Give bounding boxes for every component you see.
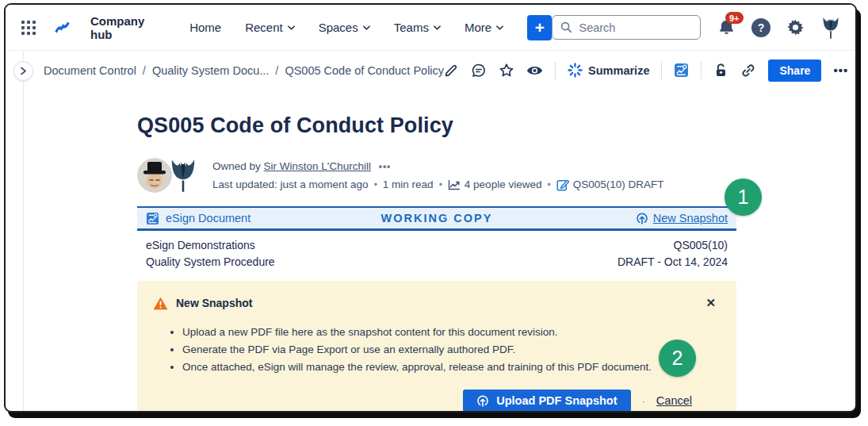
notification-count-badge: 9+ — [725, 12, 744, 24]
star-icon — [499, 63, 514, 79]
page-title: QS005 Code of Conduct Policy — [137, 113, 736, 138]
sparkle-icon — [568, 63, 583, 78]
share-button[interactable]: Share — [768, 59, 821, 82]
create-button[interactable]: + — [527, 15, 552, 40]
settings-button[interactable] — [787, 19, 804, 36]
alert-footer: Upload PDF Snapshot · Cancel — [153, 390, 721, 412]
nav-item-spaces[interactable]: Spaces — [319, 21, 370, 34]
owned-by-label: Owned by — [212, 160, 261, 172]
comment-icon — [471, 63, 487, 79]
notifications-button[interactable]: 9+ — [718, 19, 735, 36]
new-snapshot-link[interactable]: New Snapshot — [636, 212, 728, 225]
nav-item-more[interactable]: More — [465, 21, 503, 34]
profile-avatar[interactable] — [820, 16, 841, 40]
breadcrumb-item[interactable]: Document Control — [44, 64, 136, 77]
edit-document-icon — [556, 178, 569, 191]
alert-bullet: Once attached, eSign will manage the rev… — [182, 359, 721, 376]
revision-label: QS005(10) DRAFT — [573, 177, 664, 193]
comment-button[interactable] — [471, 63, 487, 79]
esign-banner: eSign Document WORKING COPY New Snapshot — [137, 206, 736, 231]
nav-item-teams[interactable]: Teams — [394, 21, 441, 34]
alert-bullet: Generate the PDF via Page Export or use … — [182, 341, 721, 359]
nav-item-label: More — [465, 21, 491, 34]
new-snapshot-panel: New Snapshot ✕ Upload a new PDF file her… — [137, 281, 736, 413]
edit-button[interactable] — [444, 63, 459, 78]
help-button[interactable]: ? — [751, 18, 770, 37]
watch-button[interactable] — [526, 64, 543, 77]
doc-state: DRAFT - Oct 14, 2024 — [618, 254, 728, 271]
meta-line: Last updated: just a moment ago • 1 min … — [212, 177, 663, 193]
breadcrumb-separator: / — [143, 64, 146, 77]
copy-link-button[interactable] — [740, 63, 756, 79]
summarize-label: Summarize — [588, 64, 649, 77]
sidebar-expand-button[interactable] — [13, 61, 33, 81]
chevron-down-icon — [363, 25, 370, 30]
breadcrumb-separator: / — [275, 64, 278, 77]
last-updated[interactable]: Last updated: just a moment ago — [212, 177, 369, 193]
upload-icon — [636, 212, 648, 225]
upload-button-label: Upload PDF Snapshot — [496, 394, 617, 407]
people-viewed[interactable]: 4 people viewed — [448, 177, 542, 193]
step-badge-1: 1 — [725, 178, 762, 216]
doc-space: eSign Demonstrations — [146, 237, 275, 254]
link-icon — [740, 63, 756, 79]
contributor-avatar[interactable] — [167, 158, 202, 193]
nav-item-home[interactable]: Home — [189, 21, 221, 34]
unlock-icon — [713, 63, 728, 78]
chevron-down-icon — [434, 25, 441, 30]
search-input[interactable] — [579, 21, 690, 34]
nav-space-name[interactable]: Company hub — [90, 14, 166, 41]
nav-item-recent[interactable]: Recent — [245, 21, 295, 34]
warning-icon — [153, 297, 168, 310]
byline: Owned by Sir Winston L'Churchill ••• Las… — [137, 158, 736, 193]
breadcrumb-item[interactable]: QS005 Code of Conduct Policy — [285, 64, 444, 77]
alert-header: New Snapshot ✕ — [153, 294, 721, 312]
nav-right-cluster: 9+ ? — [718, 16, 841, 40]
chevron-down-icon — [496, 25, 503, 30]
chevron-right-icon — [20, 67, 27, 75]
pencil-icon — [444, 63, 459, 78]
top-navigation: Company hub Home Recent Spaces Teams Mor… — [6, 5, 855, 51]
esign-document-icon — [146, 212, 159, 225]
meta-separator: • — [547, 177, 550, 193]
esign-document-link[interactable]: eSign Document — [146, 212, 250, 225]
close-icon[interactable]: ✕ — [701, 294, 721, 312]
cancel-link[interactable]: Cancel — [656, 394, 692, 407]
doc-id: QS005(10) — [618, 237, 728, 254]
esign-document-label: eSign Document — [166, 212, 250, 225]
gear-icon — [787, 19, 804, 36]
chevron-down-icon — [288, 25, 295, 30]
alert-title: New Snapshot — [176, 297, 252, 309]
confluence-logo-icon[interactable] — [53, 18, 71, 36]
breadcrumb-item[interactable]: Quality System Docu... — [152, 64, 269, 77]
meta-separator: • — [374, 177, 377, 193]
search-box[interactable] — [552, 15, 701, 40]
tulip-avatar-icon — [820, 16, 841, 40]
nav-item-label: Recent — [245, 21, 283, 34]
sidebar-rail-divider — [23, 52, 24, 411]
nav-item-label: Teams — [394, 21, 429, 34]
upload-pdf-snapshot-button[interactable]: Upload PDF Snapshot — [463, 390, 630, 412]
owner-more-button[interactable]: ••• — [379, 161, 392, 172]
page-toolbar: Summarize — [444, 59, 848, 82]
app-switcher-icon[interactable] — [21, 21, 36, 35]
page-header-row: Document Control / Quality System Docu..… — [6, 51, 855, 90]
owner-link[interactable]: Sir Winston L'Churchill — [264, 160, 371, 172]
favorite-button[interactable] — [499, 63, 514, 79]
step-badge-2: 2 — [659, 340, 696, 377]
alert-bullet: Upload a new PDF file here as the snapsh… — [182, 324, 721, 341]
restrictions-button[interactable] — [713, 63, 728, 78]
esign-app-button[interactable] — [674, 63, 689, 78]
button-separator: · — [642, 395, 645, 407]
toolbar-divider — [555, 62, 556, 79]
meta-separator: • — [439, 177, 442, 193]
doc-type: Quality System Procedure — [146, 254, 275, 271]
people-viewed-label: 4 people viewed — [465, 177, 542, 193]
more-actions-button[interactable]: ••• — [833, 63, 848, 77]
esign-document-icon — [674, 63, 689, 78]
read-time: 1 min read — [383, 177, 434, 193]
byline-text: Owned by Sir Winston L'Churchill ••• Las… — [212, 159, 663, 193]
revision-status[interactable]: QS005(10) DRAFT — [556, 177, 664, 193]
summarize-button[interactable]: Summarize — [568, 63, 649, 78]
breadcrumb: Document Control / Quality System Docu..… — [44, 64, 444, 77]
